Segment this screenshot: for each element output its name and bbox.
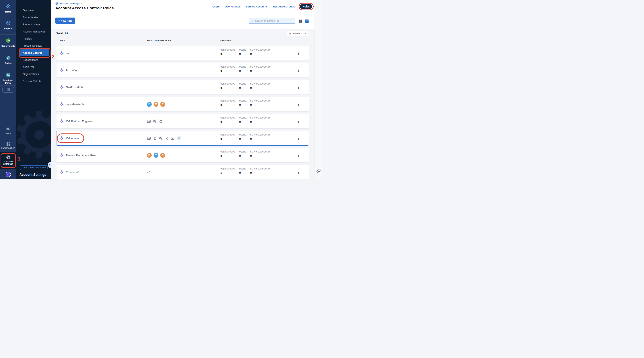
row-menu-button[interactable]	[297, 51, 300, 56]
selected-resources	[147, 46, 220, 61]
role-row-crystal-test-role[interactable]: crystal-test-roleUSER GROUPS0USERS0SERVI…	[56, 97, 309, 112]
role-name-group: rw	[58, 49, 74, 57]
sidebar-item-organizations[interactable]: Organizations	[16, 71, 51, 78]
nav-builds[interactable]: Builds	[0, 55, 16, 64]
role-row-idp-platform-engineer[interactable]: IDP Platform EngineerUSER GROUPS0USERS0S…	[56, 114, 309, 129]
users-count: 0	[239, 120, 241, 123]
support-chat-icon[interactable]	[316, 168, 321, 173]
role-name[interactable]: ProxyKey	[66, 69, 78, 72]
role-name[interactable]: Feature Flag Admin Role	[66, 154, 96, 157]
row-menu-button[interactable]	[297, 85, 300, 90]
role-row-customsk1[interactable]: Customsk1USER GROUPS1USERS0SERVICE ACCOU…	[56, 165, 309, 179]
grid-view-icon	[299, 19, 302, 23]
puzzle-resource-icon	[159, 119, 163, 123]
breadcrumb[interactable]: Account Settings ›	[55, 2, 82, 5]
sort-dropdown[interactable]: Newest	[287, 31, 309, 36]
modules-grid-icon	[6, 88, 10, 91]
role-target-icon	[60, 85, 64, 89]
row-menu-button[interactable]	[297, 68, 300, 73]
sidebar-item-policies[interactable]: Policies	[16, 35, 51, 42]
nav-developer-portal-label: Developer Portal	[2, 79, 15, 84]
role-name[interactable]: TestProxyRole	[66, 86, 83, 89]
selected-resources	[147, 114, 220, 128]
row-menu-button[interactable]	[297, 169, 300, 175]
role-name-group: IDP Platform Engineer	[58, 117, 98, 125]
row-menu-button[interactable]	[297, 135, 300, 141]
user-groups-count: 0	[220, 69, 222, 72]
role-name[interactable]: rw	[66, 52, 69, 55]
service-accounts-count: 0	[250, 137, 252, 140]
nav-developer-portal[interactable]: Developer Portal	[0, 72, 16, 84]
search-input[interactable]	[255, 20, 293, 22]
module-selector-button[interactable]	[2, 87, 14, 93]
user-groups-count: 0	[220, 53, 222, 55]
role-name-group: Feature Flag Admin Role	[58, 151, 100, 159]
settings-sidebar: ⚙ OverviewAuthenticationProduct UsageAcc…	[16, 0, 51, 179]
role-row-proxykey[interactable]: ProxyKeyUSER GROUPS0USERS0SERVICE ACCOUN…	[56, 63, 309, 78]
new-role-button[interactable]: + New Role	[55, 18, 75, 24]
selected-resources	[147, 148, 220, 162]
nav-home[interactable]: Home	[0, 3, 16, 13]
role-row-testproxyrole[interactable]: TestProxyRoleUSER GROUPS0USERS0SERVICE A…	[56, 80, 309, 95]
sidebar-item-access-control[interactable]: Access Control	[20, 49, 49, 56]
dashboards-icon	[6, 142, 10, 146]
assigned-users-label: USERS	[239, 134, 246, 136]
row-menu-button[interactable]	[297, 102, 300, 107]
service-accounts-count: 0	[250, 103, 252, 106]
flag-orange-resource-icon	[147, 153, 152, 158]
sort-value: Newest	[293, 32, 302, 35]
search-box	[249, 18, 295, 24]
role-name[interactable]: Customsk1	[66, 171, 80, 174]
role-target-icon	[60, 68, 64, 72]
role-row-idp-admin[interactable]: IDP Admin+1USER GROUPS0USERS0SERVICE ACC…	[56, 131, 309, 146]
person-resource-icon	[165, 136, 169, 140]
list-view-button[interactable]	[305, 19, 309, 23]
role-name-group: crystal-test-role	[58, 100, 89, 108]
tab-users[interactable]: Users	[212, 5, 220, 8]
chevron-down-icon	[305, 32, 307, 35]
user-avatar[interactable]: D	[6, 172, 11, 177]
sidebar-item-freeze-windows[interactable]: Freeze Windows	[16, 42, 51, 49]
role-row-rw[interactable]: rwUSER GROUPS0USERS0SERVICE ACCOUNTS0	[56, 46, 309, 61]
breadcrumb-link[interactable]: Account Settings	[59, 2, 80, 5]
role-row-feature-flag-admin-role[interactable]: Feature Flag Admin RoleUSER GROUPS0USERS…	[56, 148, 309, 162]
nav-home-label: Home	[5, 11, 11, 13]
row-menu-button[interactable]	[297, 152, 300, 158]
nav-account-settings[interactable]: ACCOUNT SETTINGS	[0, 155, 16, 165]
role-name[interactable]: IDP Platform Engineer	[66, 120, 93, 123]
account-settings-gear-icon	[6, 155, 10, 159]
tab-resource-groups[interactable]: Resource Groups	[273, 5, 294, 8]
nav-dashboards[interactable]: DASHBOARDS	[0, 142, 16, 150]
nav-deployments[interactable]: Deployments	[0, 38, 16, 47]
nav-help[interactable]: ? HELP	[0, 127, 16, 135]
nav-projects[interactable]: Projects	[0, 20, 16, 30]
tab-roles[interactable]: Roles	[300, 4, 312, 9]
assigned-users-label: USERS	[239, 49, 246, 51]
role-name[interactable]: IDP Admin	[66, 137, 79, 140]
sidebar-item-audit-trail[interactable]: Audit Trail	[16, 63, 51, 71]
users-count: 0	[239, 53, 241, 55]
sidebar-item-overview[interactable]: Overview	[16, 7, 51, 14]
assigned-service-accounts-label: SERVICE ACCOUNTS	[250, 151, 270, 153]
scroll-check-resource-icon	[147, 170, 151, 174]
assigned-user-groups-label: USER GROUPS	[220, 117, 235, 119]
sidebar-item-account-resources[interactable]: Account Resources	[16, 28, 51, 35]
role-name-group: ProxyKey	[58, 66, 82, 74]
deployments-icon	[6, 38, 11, 44]
launch-first-generation-button[interactable]: Launch First Generation	[20, 165, 48, 170]
content-edge-divider	[314, 0, 315, 179]
sidebar-item-product-usage[interactable]: Product Usage	[16, 21, 51, 28]
role-name[interactable]: crystal-test-role	[66, 103, 84, 106]
tab-service-accounts[interactable]: Service Accounts	[246, 5, 268, 8]
row-menu-button[interactable]	[297, 118, 300, 124]
sidebar-item-authentication[interactable]: Authentication	[16, 14, 51, 21]
user-groups-count: 0	[220, 103, 222, 106]
sidebar-item-subscriptions[interactable]: Subscriptions	[16, 56, 51, 63]
toolbar: + New Role	[51, 13, 322, 29]
tab-user-groups[interactable]: User Groups	[225, 5, 241, 8]
grid-view-button[interactable]	[299, 19, 303, 23]
nav-help-label: HELP	[6, 132, 11, 135]
role-target-icon	[60, 170, 64, 174]
builds-icon	[6, 55, 11, 61]
sidebar-item-external-tickets[interactable]: External Tickets	[16, 78, 51, 85]
